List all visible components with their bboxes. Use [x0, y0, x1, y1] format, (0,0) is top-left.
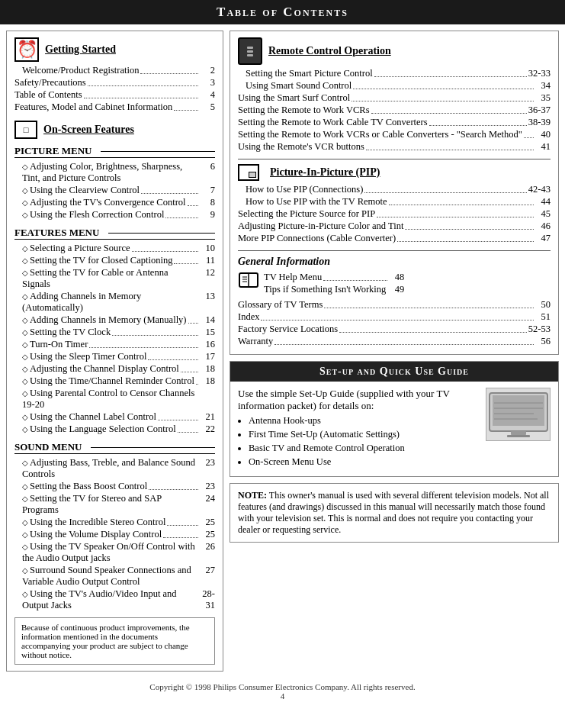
main-layout: ⏰ Getting Started Welcome/Product Regist… — [0, 24, 565, 678]
toc-page: 23 — [200, 457, 215, 480]
divider — [101, 151, 215, 152]
toc-row: Glossary of TV Terms 50 — [238, 299, 551, 311]
toc-row: Table of Contents 4 — [14, 89, 215, 101]
toc-row: ◇Setting the TV for Closed Captioning 11 — [14, 255, 215, 266]
toc-page: 49 — [389, 284, 404, 295]
toc-row: ◇Using the TV Speaker On/Off Control wit… — [14, 541, 215, 564]
toc-page: 36-37 — [528, 105, 551, 116]
toc-row: ◇Adjusting Bass, Treble, and Balance Sou… — [14, 457, 215, 480]
toc-row: Index 51 — [238, 311, 551, 323]
setup-guide-box: Set-up and Quick Use Guide Use the simpl… — [230, 361, 559, 477]
toc-dots — [524, 129, 534, 138]
toc-page: 56 — [535, 336, 551, 347]
toc-row: Setting the Smart Picture Control 32-33 — [238, 68, 551, 79]
list-item: First Time Set-Up (Automatic Settings) — [249, 429, 480, 440]
toc-dots — [366, 141, 534, 150]
svg-rect-11 — [511, 431, 526, 435]
toc-page: 26 — [200, 541, 215, 564]
toc-page: 51 — [535, 311, 551, 323]
toc-dots — [141, 185, 198, 194]
toc-row: ◇Adjusting Color, Brightness, Sharpness,… — [14, 161, 215, 184]
toc-row: Selecting the Picture Source for PIP 45 — [238, 208, 551, 220]
toc-row: ◇Adding Channels in Memory (Manually) 14 — [14, 314, 215, 326]
toc-page: 34 — [535, 80, 551, 92]
general-info-title: General Information — [238, 256, 551, 268]
toc-row: ◇Using the Flesh Correction Control 9 — [14, 209, 215, 221]
toc-text: ◇Turn-On Timer — [22, 339, 88, 350]
toc-dots — [429, 117, 527, 126]
toc-dots — [163, 529, 198, 538]
toc-page: 12 — [200, 267, 215, 290]
toc-row: ◇Using the Channel Label Control 21 — [14, 411, 215, 423]
toc-dots — [353, 80, 534, 89]
setup-guide-text: Use the simple Set-Up Guide (supplied wi… — [238, 388, 480, 470]
toc-dots — [188, 314, 198, 324]
toc-page: 35 — [535, 92, 551, 104]
toc-text: Using the Smart Surf Control — [238, 92, 350, 104]
toc-text: Selecting the Picture Source for PIP — [238, 208, 375, 220]
onscreen-features-title: On-Screen Features — [43, 124, 134, 136]
toc-row: ◇Adjusting the TV's Convergence Control … — [14, 197, 215, 208]
toc-page: 38-39 — [528, 117, 551, 128]
onscreen-features-heading: □ On-Screen Features — [14, 121, 215, 139]
toc-text: ◇Adjusting the Channel Display Control — [22, 363, 179, 375]
note-label: NOTE: — [238, 490, 267, 501]
page-number: 4 — [281, 691, 285, 701]
list-item: Antenna Hook-ups — [249, 415, 480, 427]
toc-page: 13 — [200, 291, 215, 314]
toc-page: 8 — [200, 197, 215, 208]
tv-graphic — [488, 391, 549, 437]
toc-text: ◇Using the Channel Label Control — [22, 411, 156, 423]
toc-text: ◇Adjusting Color, Brightness, Sharpness,… — [22, 161, 197, 184]
toc-text: Welcome/Product Registration — [22, 65, 139, 76]
toc-page: 27 — [200, 565, 215, 588]
toc-text: TV Help Menu — [264, 272, 322, 283]
toc-page: 3 — [200, 77, 215, 89]
divider — [108, 233, 215, 234]
toc-row: Warranty 56 — [238, 336, 551, 347]
toc-row: Welcome/Product Registration 2 — [14, 65, 215, 76]
picture-menu-label: PICTURE MENU — [14, 145, 91, 157]
remote-control-title: Remote Control Operation — [268, 45, 391, 57]
list-item-text: Basic TV and Remote Control Operation — [249, 443, 405, 453]
pip-title: Picture-In-Picture (PIP) — [270, 166, 380, 179]
toc-dots — [167, 517, 198, 526]
toc-row: Factory Service Locations 52-53 — [238, 324, 551, 335]
toc-page: 22 — [200, 424, 215, 435]
sound-menu-label: SOUND MENU — [14, 441, 82, 453]
remote-control-heading: Remote Control Operation — [238, 37, 551, 65]
toc-row: ◇Turn-On Timer 16 — [14, 339, 215, 350]
toc-dots — [140, 65, 198, 74]
toc-text: ◇Using the Language Selection Control — [22, 424, 176, 435]
toc-page: 40 — [535, 129, 551, 140]
toc-text: ◇Using the TV Speaker On/Off Control wit… — [22, 541, 197, 564]
toc-row: ◇Using the Language Selection Control 22 — [14, 424, 215, 435]
toc-text: ◇Setting the Bass Boost Control — [22, 481, 147, 492]
onscreen-features-section: □ On-Screen Features — [14, 121, 215, 139]
toc-row: How to Use PIP with the TV Remote 44 — [238, 196, 551, 208]
toc-text: Factory Service Locations — [238, 324, 338, 335]
toc-row: Using the Remote's VCR buttons 41 — [238, 141, 551, 153]
toc-row: ◇Using the TV's Audio/Video Input and Ou… — [14, 588, 215, 611]
general-info-icon-row: TV Help Menu 48 Tips if Something Isn't … — [238, 271, 551, 296]
toc-text: ◇Surround Sound Speaker Connections and … — [22, 565, 197, 588]
toc-row: ◇Using the Sleep Timer Control 17 — [14, 351, 215, 362]
setup-guide-header: Set-up and Quick Use Guide — [230, 362, 558, 382]
toc-page: 9 — [200, 209, 215, 221]
toc-text: ◇Setting the TV for Closed Captioning — [22, 255, 172, 266]
sound-menu-entries: ◇Adjusting Bass, Treble, and Balance Sou… — [14, 457, 215, 611]
toc-page: 5 — [200, 101, 215, 113]
footnote-box: Because of continuous product improvemen… — [14, 617, 215, 665]
toc-row: ◇Using the Volume Display Control 25 — [14, 529, 215, 540]
picture-menu-heading: PICTURE MENU — [14, 145, 215, 158]
toc-page: 18 — [200, 363, 215, 375]
toc-text: ◇Using Parental Control to Censor Channe… — [22, 388, 197, 411]
note-box: NOTE: This owner's manual is used with s… — [230, 483, 559, 543]
pip-section: Picture-In-Picture (PIP) How to Use PIP … — [238, 159, 551, 244]
toc-text: How to Use PIP with the TV Remote — [246, 196, 387, 208]
toc-row: ◇Setting the TV Clock 15 — [14, 327, 215, 338]
features-menu-heading: FEATURES MENU — [14, 227, 215, 240]
toc-page: 15 — [200, 327, 215, 338]
toc-row: Safety/Precautions 3 — [14, 77, 215, 89]
toc-text: ◇Adjusting the TV's Convergence Control — [22, 197, 186, 208]
